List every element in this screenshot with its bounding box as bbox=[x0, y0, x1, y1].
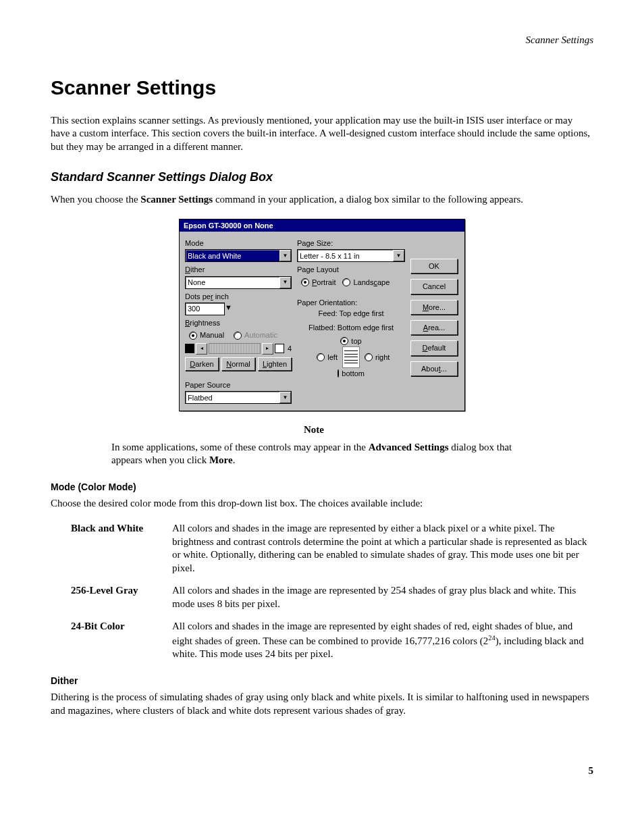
slider-track[interactable] bbox=[209, 343, 261, 354]
label-paper-source: Paper Source bbox=[185, 380, 292, 390]
mode-desc-bw: All colors and shades in the image are r… bbox=[172, 522, 593, 575]
note-title: Note bbox=[111, 423, 516, 437]
ok-button[interactable]: OK bbox=[410, 259, 458, 273]
label-dither: Dither bbox=[185, 265, 292, 274]
running-header: Scanner Settings bbox=[51, 34, 593, 47]
orient-bottom-radio[interactable]: bottom bbox=[338, 369, 365, 378]
text: . bbox=[233, 454, 236, 465]
text: In some applications, some of these cont… bbox=[111, 442, 369, 452]
dither-value: None bbox=[188, 278, 205, 287]
mode-table: Black and White All colors and shades in… bbox=[71, 522, 593, 661]
dialog-titlebar: Epson GT-30000 on None bbox=[180, 219, 464, 232]
radio-icon bbox=[340, 337, 348, 345]
feed-info: Feed: Top edge first bbox=[297, 309, 405, 318]
label-right: right bbox=[375, 353, 390, 362]
radio-icon bbox=[342, 278, 350, 286]
mode-desc-color: All colors and shades in the image are r… bbox=[172, 620, 593, 661]
brightness-value: 4 bbox=[288, 344, 292, 353]
label-bottom: bottom bbox=[342, 369, 365, 378]
about-button[interactable]: About... bbox=[410, 361, 458, 376]
page-size-value: Letter - 8.5 x 11 in bbox=[300, 251, 360, 261]
cancel-button[interactable]: Cancel bbox=[410, 279, 458, 294]
chevron-down-icon[interactable]: ▼ bbox=[225, 303, 232, 314]
dialog-intro-paragraph: When you choose the Scanner Settings com… bbox=[51, 193, 593, 207]
dpi-value: 300 bbox=[188, 304, 200, 313]
radio-icon bbox=[301, 278, 309, 286]
label-paper-orientation: Paper Orientation: bbox=[297, 298, 405, 307]
label-automatic: Automatic bbox=[244, 330, 277, 340]
label-manual: Manual bbox=[200, 330, 224, 340]
portrait-radio[interactable]: Portrait bbox=[301, 278, 336, 287]
brightness-manual-radio[interactable]: Manual bbox=[189, 330, 224, 340]
mode-name-bw: Black and White bbox=[71, 522, 172, 575]
light-swatch-icon bbox=[275, 344, 284, 353]
paper-source-value: Flatbed bbox=[188, 393, 213, 402]
mode-dropdown[interactable]: Black and White ▼ bbox=[185, 249, 292, 262]
radio-icon bbox=[338, 369, 339, 377]
mode-name-gray: 256-Level Gray bbox=[71, 584, 172, 610]
subsection-mode: Mode (Color Mode) bbox=[51, 481, 593, 493]
default-button[interactable]: Default bbox=[410, 340, 458, 355]
dpi-input[interactable]: 300 bbox=[185, 303, 225, 315]
label-page-layout: Page Layout bbox=[297, 265, 405, 274]
dither-paragraph: Dithering is the process of simulating s… bbox=[51, 691, 593, 717]
orient-top-radio[interactable]: top bbox=[338, 336, 365, 346]
dither-dropdown[interactable]: None ▼ bbox=[185, 276, 292, 289]
label-page-size: Page Size: bbox=[297, 238, 405, 248]
mode-name-color: 24-Bit Color bbox=[71, 620, 172, 661]
chevron-down-icon: ▼ bbox=[279, 250, 291, 261]
page-title: Scanner Settings bbox=[51, 74, 593, 101]
chevron-down-icon: ▼ bbox=[279, 277, 291, 288]
darken-button[interactable]: Darken bbox=[185, 357, 219, 371]
area-button[interactable]: Area... bbox=[410, 320, 458, 335]
more-term: More bbox=[209, 454, 233, 465]
subsection-dither: Dither bbox=[51, 675, 593, 687]
intro-paragraph: This section explains scanner settings. … bbox=[51, 114, 593, 154]
exponent: 24 bbox=[488, 634, 495, 642]
note-block: Note In some applications, some of these… bbox=[111, 423, 516, 467]
mode-row: 24-Bit Color All colors and shades in th… bbox=[71, 620, 593, 661]
paper-source-dropdown[interactable]: Flatbed ▼ bbox=[185, 391, 292, 404]
lighten-button[interactable]: Lighten bbox=[258, 357, 292, 371]
flatbed-info: Flatbed: Bottom edge first bbox=[297, 323, 405, 332]
text: command in your application, a dialog bo… bbox=[213, 194, 523, 205]
dialog-figure: Epson GT-30000 on None Mode Black and Wh… bbox=[51, 219, 593, 411]
page-size-dropdown[interactable]: Letter - 8.5 x 11 in ▼ bbox=[297, 249, 405, 262]
chevron-down-icon: ▼ bbox=[393, 250, 404, 261]
brightness-slider[interactable]: ◂ ▸ 4 bbox=[185, 343, 292, 355]
dark-swatch-icon bbox=[185, 344, 194, 353]
label-portrait: Portrait bbox=[312, 278, 336, 287]
orient-left-radio[interactable]: left bbox=[311, 353, 338, 362]
mode-desc-gray: All colors and shades in the image are r… bbox=[172, 584, 593, 610]
label-dpi: Dots per inch bbox=[185, 292, 292, 301]
text: When you choose the bbox=[51, 194, 140, 205]
advanced-settings-term: Advanced Settings bbox=[369, 442, 449, 452]
radio-icon bbox=[189, 332, 197, 340]
brightness-automatic-radio[interactable]: Automatic bbox=[234, 330, 277, 340]
mode-row: Black and White All colors and shades in… bbox=[71, 522, 593, 575]
page-orientation-icon bbox=[343, 347, 359, 367]
label-left: left bbox=[327, 353, 338, 362]
note-text: In some applications, some of these cont… bbox=[111, 441, 516, 467]
label-brightness: Brightness bbox=[185, 318, 292, 328]
mode-row: 256-Level Gray All colors and shades in … bbox=[71, 584, 593, 610]
landscape-radio[interactable]: Landscape bbox=[342, 278, 390, 287]
orient-right-radio[interactable]: right bbox=[365, 353, 392, 362]
scanner-settings-term: Scanner Settings bbox=[140, 194, 213, 205]
chevron-down-icon: ▼ bbox=[279, 392, 291, 403]
arrow-right-icon[interactable]: ▸ bbox=[262, 343, 273, 355]
label-landscape: Landscape bbox=[353, 278, 390, 287]
section-heading-standard: Standard Scanner Settings Dialog Box bbox=[51, 170, 593, 185]
normal-button[interactable]: Normal bbox=[221, 357, 255, 371]
page-number: 5 bbox=[51, 764, 593, 778]
mode-value: Black and White bbox=[188, 251, 241, 261]
arrow-left-icon[interactable]: ◂ bbox=[196, 343, 207, 355]
mode-intro: Choose the desired color mode from this … bbox=[51, 497, 593, 511]
label-top: top bbox=[351, 336, 361, 346]
radio-icon bbox=[234, 332, 242, 340]
more-button[interactable]: More... bbox=[410, 300, 458, 315]
radio-icon bbox=[365, 353, 373, 361]
radio-icon bbox=[317, 353, 325, 361]
scanner-settings-dialog: Epson GT-30000 on None Mode Black and Wh… bbox=[179, 219, 465, 411]
label-mode: Mode bbox=[185, 238, 292, 248]
